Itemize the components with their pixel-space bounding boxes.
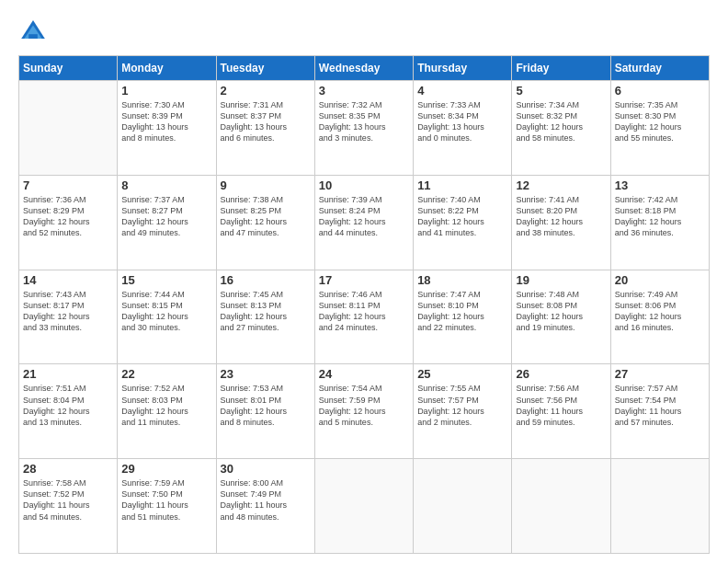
day-cell: 24Sunrise: 7:54 AM Sunset: 7:59 PM Dayli… — [314, 364, 413, 459]
day-number: 20 — [615, 273, 705, 287]
day-number: 3 — [319, 84, 409, 98]
day-number: 29 — [121, 462, 211, 476]
day-number: 13 — [615, 178, 705, 192]
day-cell — [414, 459, 512, 554]
col-header-monday: Monday — [118, 56, 216, 81]
day-cell: 30Sunrise: 8:00 AM Sunset: 7:49 PM Dayli… — [216, 459, 314, 554]
day-cell: 11Sunrise: 7:40 AM Sunset: 8:22 PM Dayli… — [414, 175, 512, 270]
day-cell: 10Sunrise: 7:39 AM Sunset: 8:24 PM Dayli… — [314, 175, 413, 270]
day-cell: 12Sunrise: 7:41 AM Sunset: 8:20 PM Dayli… — [512, 175, 610, 270]
day-number: 30 — [221, 462, 311, 476]
day-number: 5 — [516, 84, 606, 98]
day-number: 23 — [221, 367, 311, 381]
svg-rect-2 — [28, 34, 38, 39]
day-cell: 4Sunrise: 7:33 AM Sunset: 8:34 PM Daylig… — [414, 81, 512, 176]
day-cell: 2Sunrise: 7:31 AM Sunset: 8:37 PM Daylig… — [216, 81, 314, 176]
week-row-1: 1Sunrise: 7:30 AM Sunset: 8:39 PM Daylig… — [19, 81, 710, 176]
day-info: Sunrise: 7:51 AM Sunset: 8:04 PM Dayligh… — [23, 383, 113, 428]
day-number: 25 — [417, 367, 507, 381]
day-number: 19 — [516, 273, 606, 287]
logo-icon — [18, 17, 48, 46]
calendar-table: SundayMondayTuesdayWednesdayThursdayFrid… — [18, 55, 710, 554]
day-cell: 23Sunrise: 7:53 AM Sunset: 8:01 PM Dayli… — [216, 364, 314, 459]
day-number: 12 — [516, 178, 606, 192]
day-cell: 29Sunrise: 7:59 AM Sunset: 7:50 PM Dayli… — [118, 459, 216, 554]
day-info: Sunrise: 7:56 AM Sunset: 7:56 PM Dayligh… — [516, 383, 606, 428]
day-cell: 17Sunrise: 7:46 AM Sunset: 8:11 PM Dayli… — [314, 270, 413, 364]
col-header-saturday: Saturday — [610, 56, 709, 81]
day-info: Sunrise: 7:36 AM Sunset: 8:29 PM Dayligh… — [23, 194, 113, 239]
day-info: Sunrise: 7:30 AM Sunset: 8:39 PM Dayligh… — [121, 99, 211, 144]
day-cell: 20Sunrise: 7:49 AM Sunset: 8:06 PM Dayli… — [610, 270, 709, 364]
day-cell: 21Sunrise: 7:51 AM Sunset: 8:04 PM Dayli… — [19, 364, 118, 459]
col-header-sunday: Sunday — [19, 56, 118, 81]
day-number: 22 — [121, 367, 211, 381]
day-cell: 22Sunrise: 7:52 AM Sunset: 8:03 PM Dayli… — [118, 364, 216, 459]
day-info: Sunrise: 7:55 AM Sunset: 7:57 PM Dayligh… — [417, 383, 507, 428]
day-number: 10 — [319, 178, 409, 192]
day-cell: 25Sunrise: 7:55 AM Sunset: 7:57 PM Dayli… — [414, 364, 512, 459]
day-info: Sunrise: 7:34 AM Sunset: 8:32 PM Dayligh… — [516, 99, 606, 144]
day-info: Sunrise: 7:49 AM Sunset: 8:06 PM Dayligh… — [615, 289, 705, 334]
week-row-4: 21Sunrise: 7:51 AM Sunset: 8:04 PM Dayli… — [19, 364, 710, 459]
day-number: 28 — [23, 462, 113, 476]
day-cell: 19Sunrise: 7:48 AM Sunset: 8:08 PM Dayli… — [512, 270, 610, 364]
day-info: Sunrise: 7:31 AM Sunset: 8:37 PM Dayligh… — [221, 99, 311, 144]
day-info: Sunrise: 7:53 AM Sunset: 8:01 PM Dayligh… — [221, 383, 311, 428]
day-cell: 16Sunrise: 7:45 AM Sunset: 8:13 PM Dayli… — [216, 270, 314, 364]
day-cell: 15Sunrise: 7:44 AM Sunset: 8:15 PM Dayli… — [118, 270, 216, 364]
day-cell: 1Sunrise: 7:30 AM Sunset: 8:39 PM Daylig… — [118, 81, 216, 176]
day-info: Sunrise: 7:44 AM Sunset: 8:15 PM Dayligh… — [121, 289, 211, 334]
col-header-tuesday: Tuesday — [216, 56, 314, 81]
day-number: 7 — [23, 178, 113, 192]
day-info: Sunrise: 7:35 AM Sunset: 8:30 PM Dayligh… — [615, 99, 705, 144]
day-number: 27 — [615, 367, 705, 381]
day-cell: 7Sunrise: 7:36 AM Sunset: 8:29 PM Daylig… — [19, 175, 118, 270]
day-number: 24 — [319, 367, 409, 381]
day-cell: 9Sunrise: 7:38 AM Sunset: 8:25 PM Daylig… — [216, 175, 314, 270]
header — [18, 17, 710, 46]
col-header-thursday: Thursday — [414, 56, 512, 81]
day-cell — [19, 81, 118, 176]
day-info: Sunrise: 7:38 AM Sunset: 8:25 PM Dayligh… — [221, 194, 311, 239]
week-row-5: 28Sunrise: 7:58 AM Sunset: 7:52 PM Dayli… — [19, 459, 710, 554]
day-number: 14 — [23, 273, 113, 287]
calendar-body: 1Sunrise: 7:30 AM Sunset: 8:39 PM Daylig… — [19, 81, 710, 554]
day-info: Sunrise: 7:57 AM Sunset: 7:54 PM Dayligh… — [615, 383, 705, 428]
day-cell — [610, 459, 709, 554]
day-info: Sunrise: 7:48 AM Sunset: 8:08 PM Dayligh… — [516, 289, 606, 334]
day-number: 11 — [417, 178, 507, 192]
day-info: Sunrise: 7:41 AM Sunset: 8:20 PM Dayligh… — [516, 194, 606, 239]
day-info: Sunrise: 7:43 AM Sunset: 8:17 PM Dayligh… — [23, 289, 113, 334]
day-number: 16 — [221, 273, 311, 287]
week-row-3: 14Sunrise: 7:43 AM Sunset: 8:17 PM Dayli… — [19, 270, 710, 364]
day-info: Sunrise: 7:32 AM Sunset: 8:35 PM Dayligh… — [319, 99, 409, 144]
day-info: Sunrise: 7:47 AM Sunset: 8:10 PM Dayligh… — [417, 289, 507, 334]
day-number: 8 — [121, 178, 211, 192]
day-number: 17 — [319, 273, 409, 287]
day-cell — [512, 459, 610, 554]
day-info: Sunrise: 7:54 AM Sunset: 7:59 PM Dayligh… — [319, 383, 409, 428]
column-header-row: SundayMondayTuesdayWednesdayThursdayFrid… — [19, 56, 710, 81]
day-cell: 27Sunrise: 7:57 AM Sunset: 7:54 PM Dayli… — [610, 364, 709, 459]
day-info: Sunrise: 7:33 AM Sunset: 8:34 PM Dayligh… — [417, 99, 507, 144]
day-info: Sunrise: 7:40 AM Sunset: 8:22 PM Dayligh… — [417, 194, 507, 239]
day-number: 18 — [417, 273, 507, 287]
col-header-wednesday: Wednesday — [314, 56, 413, 81]
day-number: 6 — [615, 84, 705, 98]
day-info: Sunrise: 8:00 AM Sunset: 7:49 PM Dayligh… — [221, 477, 311, 523]
day-cell — [314, 459, 413, 554]
day-info: Sunrise: 7:45 AM Sunset: 8:13 PM Dayligh… — [221, 289, 311, 334]
day-info: Sunrise: 7:39 AM Sunset: 8:24 PM Dayligh… — [319, 194, 409, 239]
day-cell: 14Sunrise: 7:43 AM Sunset: 8:17 PM Dayli… — [19, 270, 118, 364]
day-info: Sunrise: 7:58 AM Sunset: 7:52 PM Dayligh… — [23, 477, 113, 523]
day-number: 4 — [417, 84, 507, 98]
day-number: 2 — [221, 84, 311, 98]
day-info: Sunrise: 7:37 AM Sunset: 8:27 PM Dayligh… — [121, 194, 211, 239]
week-row-2: 7Sunrise: 7:36 AM Sunset: 8:29 PM Daylig… — [19, 175, 710, 270]
day-number: 1 — [121, 84, 211, 98]
day-cell: 8Sunrise: 7:37 AM Sunset: 8:27 PM Daylig… — [118, 175, 216, 270]
col-header-friday: Friday — [512, 56, 610, 81]
day-number: 9 — [221, 178, 311, 192]
logo — [18, 17, 51, 46]
